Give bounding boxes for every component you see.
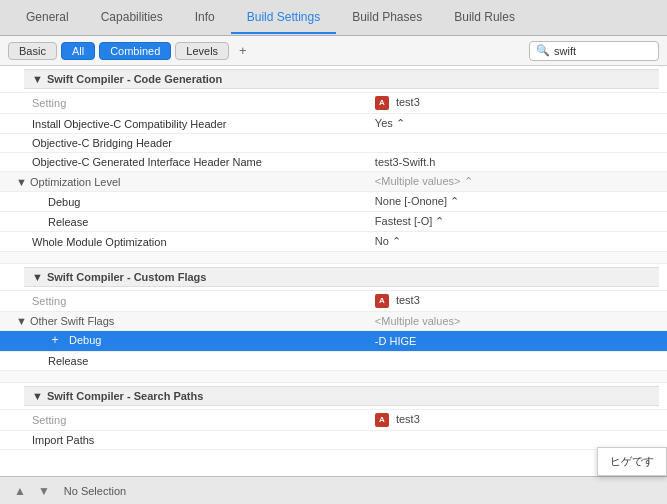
setting-name: ▼ Optimization Level [0, 172, 367, 192]
table-row: Import Paths [0, 431, 667, 450]
section-triangle: ▼ [32, 73, 43, 85]
table-row: ▼ Other Swift Flags <Multiple values> [0, 312, 667, 331]
setting-name: Release [0, 352, 367, 371]
table-row: Release [0, 352, 667, 371]
setting-name: ▼ Other Swift Flags [0, 312, 367, 331]
setting-name: Setting [0, 410, 367, 431]
section-title: Swift Compiler - Custom Flags [47, 271, 207, 283]
target-icon: A [375, 413, 389, 427]
setting-name: Objective-C Generated Interface Header N… [0, 153, 367, 172]
setting-value: Yes ⌃ [367, 114, 667, 134]
popup-tooltip: ヒゲです [597, 447, 667, 476]
setting-name: Install Objective-C Compatibility Header [0, 114, 367, 134]
table-row: ▼ Optimization Level <Multiple values> ⌃ [0, 172, 667, 192]
tab-capabilities[interactable]: Capabilities [85, 2, 179, 34]
setting-value: A test3 [367, 291, 667, 312]
table-row: Objective-C Bridging Header [0, 134, 667, 153]
setting-value [367, 134, 667, 153]
add-icon: + [48, 334, 62, 348]
setting-value: None [-Onone] ⌃ [367, 192, 667, 212]
subsection-label: Other Swift Flags [30, 315, 114, 327]
search-input[interactable] [554, 45, 644, 57]
table-row: Setting A test3 [0, 291, 667, 312]
table-row: Install Objective-C Compatibility Header… [0, 114, 667, 134]
table-row: Setting A test3 [0, 93, 667, 114]
search-icon: 🔍 [536, 44, 550, 57]
target-label: test3 [396, 96, 420, 108]
bottom-bar: ▲ ▼ No Selection ヒゲです [0, 476, 667, 504]
setting-name: + Debug [0, 331, 367, 352]
spacer-row [0, 252, 667, 264]
nav-up-button[interactable]: ▲ [8, 482, 32, 500]
setting-name: Release [0, 212, 367, 232]
setting-value: test3-Swift.h [367, 153, 667, 172]
filter-bar: Basic All Combined Levels + 🔍 [0, 36, 667, 66]
add-filter-button[interactable]: + [233, 41, 253, 60]
setting-name: Import Paths [0, 431, 367, 450]
setting-value: Fastest [-O] ⌃ [367, 212, 667, 232]
table-row: Objective-C Generated Interface Header N… [0, 153, 667, 172]
nav-down-button[interactable]: ▼ [32, 482, 56, 500]
tab-build-rules[interactable]: Build Rules [438, 2, 531, 34]
setting-name-label: Debug [69, 334, 101, 346]
table-row: Setting A test3 [0, 410, 667, 431]
section-search-paths: ▼ Swift Compiler - Search Paths [0, 383, 667, 410]
subsection-label: Optimization Level [30, 176, 121, 188]
setting-name: Setting [0, 291, 367, 312]
setting-value: A test3 [367, 410, 667, 431]
setting-name: Setting [0, 93, 367, 114]
setting-value: -D HIGE [367, 331, 667, 352]
no-selection-label: No Selection [64, 485, 126, 497]
table-row: Whole Module Optimization No ⌃ [0, 232, 667, 252]
setting-value: A test3 [367, 93, 667, 114]
setting-value: <Multiple values> ⌃ [367, 172, 667, 192]
tab-build-phases[interactable]: Build Phases [336, 2, 438, 34]
setting-value: <Multiple values> [367, 312, 667, 331]
tab-general[interactable]: General [10, 2, 85, 34]
setting-name: Debug [0, 192, 367, 212]
spacer-row [0, 371, 667, 383]
section-title: Swift Compiler - Code Generation [47, 73, 222, 85]
tab-build-settings[interactable]: Build Settings [231, 2, 336, 34]
tab-bar: General Capabilities Info Build Settings… [0, 0, 667, 36]
target-icon: A [375, 96, 389, 110]
section-triangle: ▼ [32, 271, 43, 283]
search-box: 🔍 [529, 41, 659, 61]
section-title: Swift Compiler - Search Paths [47, 390, 203, 402]
combined-filter-button[interactable]: Combined [99, 42, 171, 60]
target-label: test3 [396, 413, 420, 425]
settings-table: ▼ Swift Compiler - Code Generation Setti… [0, 66, 667, 450]
setting-value [367, 352, 667, 371]
setting-name: Whole Module Optimization [0, 232, 367, 252]
setting-name: Objective-C Bridging Header [0, 134, 367, 153]
section-custom-flags: ▼ Swift Compiler - Custom Flags [0, 264, 667, 291]
section-triangle: ▼ [32, 390, 43, 402]
subsection-triangle: ▼ [16, 176, 27, 188]
setting-value: No ⌃ [367, 232, 667, 252]
content-area: ▼ Swift Compiler - Code Generation Setti… [0, 66, 667, 476]
table-row: Debug None [-Onone] ⌃ [0, 192, 667, 212]
basic-filter-button[interactable]: Basic [8, 42, 57, 60]
table-row: Release Fastest [-O] ⌃ [0, 212, 667, 232]
target-label: test3 [396, 294, 420, 306]
subsection-triangle: ▼ [16, 315, 27, 327]
table-row-selected[interactable]: + Debug -D HIGE [0, 331, 667, 352]
tab-info[interactable]: Info [179, 2, 231, 34]
section-code-generation: ▼ Swift Compiler - Code Generation [0, 66, 667, 93]
levels-filter-button[interactable]: Levels [175, 42, 229, 60]
target-icon: A [375, 294, 389, 308]
all-filter-button[interactable]: All [61, 42, 95, 60]
